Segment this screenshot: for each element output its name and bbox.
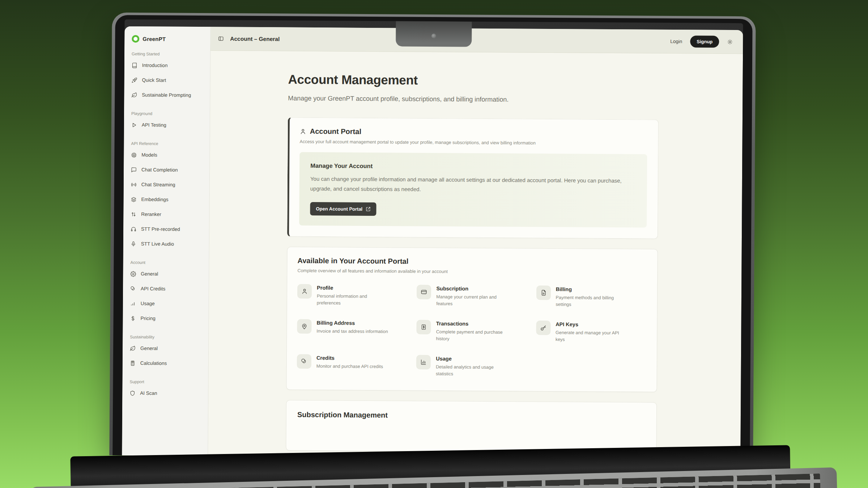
bar-chart-icon [420,359,427,365]
open-account-portal-button[interactable]: Open Account Portal [310,202,376,216]
features-title: Available in Your Account Portal [298,257,647,267]
section-label: API Reference [131,141,204,146]
section-label: Support [129,380,202,384]
map-pin-icon [301,323,307,330]
file-text-icon [540,290,547,296]
sidebar-item-models[interactable]: Models [131,147,204,163]
sidebar-item-label: Pricing [141,316,156,321]
features-card: Available in Your Account Portal Complet… [286,247,658,393]
sidebar-item-quick-start[interactable]: Quick Start [131,73,204,88]
manage-account-body: You can change your profile information … [310,174,629,195]
account-portal-header: Account Portal [300,127,647,138]
rocket-icon [132,77,137,83]
leaf-icon [130,345,136,351]
layers-icon [131,196,137,202]
sidebar-item-introduction[interactable]: Introduction [132,58,204,73]
sidebar-section-api-reference: API Reference Models Chat Completion Cha… [131,141,204,252]
account-portal-description: Access your full account management port… [300,139,647,146]
features-subtitle: Complete overview of all features and in… [297,268,646,275]
sidebar-item-usage[interactable]: Usage [130,296,203,311]
sidebar-item-label: Reranker [141,211,161,217]
section-label: Account [130,260,203,265]
user-icon [300,128,306,134]
feature-api-keys: API Keys Generate and manage your API ke… [536,321,646,344]
signup-button[interactable]: Signup [690,35,719,47]
sidebar-toggle-button[interactable] [218,35,224,42]
sidebar-item-stt-live-audio[interactable]: STT Live Audio [131,236,203,252]
section-label: Sustainability [130,335,203,339]
section-label: Getting Started [132,52,204,56]
feature-transactions: Transactions Complete payment and purcha… [417,320,527,343]
sidebar-item-pricing[interactable]: Pricing [130,311,203,326]
topbar: Account – General Login Signup [210,27,743,54]
panel-toggle-icon [218,35,224,42]
feature-credits: Credits Monitor and purchase API credits [297,354,407,377]
sidebar-item-calculations[interactable]: Calculations [130,356,203,371]
brand-name: GreenPT [142,36,166,42]
sidebar-item-reranker[interactable]: Reranker [131,207,203,222]
play-icon [131,122,137,128]
subscription-management-card: Subscription Management [286,400,657,453]
sidebar-item-api-credits[interactable]: API Credits [130,281,203,296]
book-icon [132,62,137,68]
sidebar-section-support: Support AI Scan [129,380,202,401]
sidebar-item-label: API Testing [142,122,166,128]
sidebar-item-sustainable-prompting[interactable]: Sustainable Prompting [131,87,204,103]
sidebar-item-ai-scan[interactable]: AI Scan [129,386,202,401]
feature-billing: Billing Payment methods and billing sett… [536,286,646,309]
gear-icon [130,271,136,277]
receipt-icon [421,324,427,330]
manage-account-box: Manage Your Account You can change your … [299,152,647,228]
cpu-icon [131,152,137,158]
features-grid: Profile Personal information and prefere… [297,284,647,379]
open-account-portal-label: Open Account Portal [316,206,362,212]
sidebar-section-sustainability: Sustainability General Calculations [130,335,203,371]
sidebar-section-playground: Playground API Testing [131,111,204,133]
sidebar-item-label: AI Scan [140,390,157,396]
headphones-icon [131,226,136,232]
sidebar-item-embeddings[interactable]: Embeddings [131,192,203,207]
calculator-icon [130,360,136,366]
coins-icon [130,286,136,291]
leaf-icon [131,92,137,98]
main-area: Account – General Login Signup Account M… [208,27,743,459]
page-title: Account Management [288,72,659,89]
bar-chart-icon [130,300,136,306]
sidebar-section-getting-started: Getting Started Introduction Quick Start… [131,52,204,103]
sidebar-item-label: Usage [141,301,155,306]
credit-card-icon [421,289,427,295]
sidebar-section-account: Account General API Credits Usage [130,260,203,326]
sidebar-item-label: Chat Streaming [141,182,175,188]
laptop-bezel: GreenPT Getting Started Introduction Qui… [112,15,752,459]
sidebar-item-label: Sustainable Prompting [142,92,191,98]
sidebar-item-stt-pre-recorded[interactable]: STT Pre-recorded [131,222,203,237]
sidebar-item-account-general[interactable]: General [130,266,203,282]
sidebar-item-label: Quick Start [142,77,166,83]
sidebar-item-label: Introduction [142,63,168,68]
account-portal-card: Account Portal Access your full account … [287,117,659,239]
theme-toggle-button[interactable] [727,39,733,44]
feature-subscription: Subscription Manage your current plan an… [417,285,527,308]
sidebar-item-api-testing[interactable]: API Testing [131,117,204,133]
sidebar-item-chat-streaming[interactable]: Chat Streaming [131,177,204,192]
feature-profile: Profile Personal information and prefere… [297,284,408,308]
subscription-management-title: Subscription Management [297,411,646,421]
manage-account-title: Manage Your Account [310,162,636,171]
feature-usage: Usage Detailed analytics and usage stati… [416,355,527,378]
sort-arrows-icon [131,211,136,217]
topbar-actions: Login Signup [670,35,733,48]
laptop-notch [396,21,472,47]
broadcast-icon [131,181,137,187]
sidebar-item-chat-completion[interactable]: Chat Completion [131,162,204,177]
greenpt-logo-icon [132,35,139,43]
coins-icon [301,358,307,364]
microphone-icon [131,241,136,247]
sidebar-item-label: STT Live Audio [141,241,174,247]
brand-logo[interactable]: GreenPT [132,35,204,43]
laptop-frame: GreenPT Getting Started Introduction Qui… [109,13,756,459]
sidebar-item-label: General [140,346,158,351]
section-label: Playground [131,111,204,116]
page-content: Account Management Manage your GreenPT a… [208,51,743,459]
sidebar-item-sustainability-general[interactable]: General [130,341,203,356]
login-link[interactable]: Login [670,39,682,44]
